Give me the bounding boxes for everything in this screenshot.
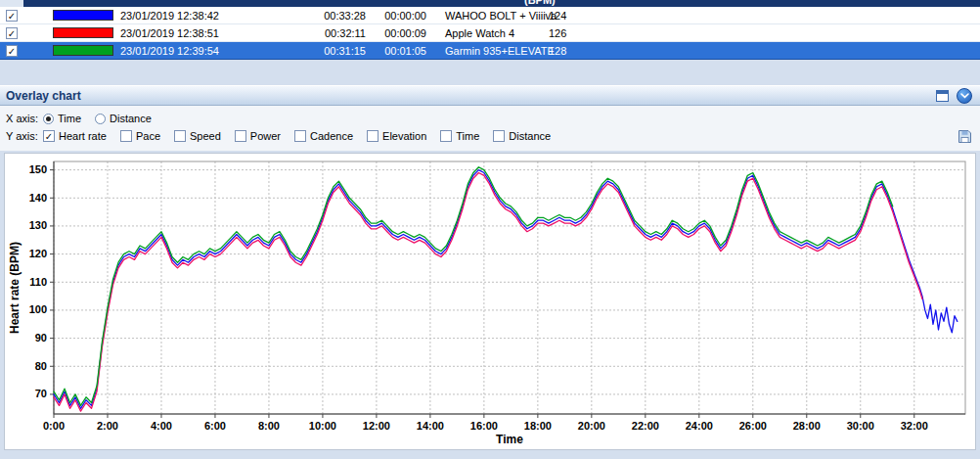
session-duration: 00:31:15 <box>295 42 370 59</box>
checkbox-label: Power <box>250 130 281 142</box>
avg-hr: 124 <box>543 7 588 23</box>
avg-hr: 126 <box>543 24 588 41</box>
session-duration: 00:33:28 <box>295 7 370 23</box>
checkbox-icon[interactable] <box>235 130 246 142</box>
checkbox-cell: ✓ <box>0 24 23 41</box>
radio-icon[interactable] <box>43 114 54 124</box>
checkbox-label: Cadence <box>310 130 353 142</box>
swatch-cell <box>23 7 117 23</box>
row-checkbox[interactable]: ✓ <box>6 27 18 39</box>
chevron-down-icon <box>960 93 969 99</box>
color-swatch <box>53 27 113 38</box>
x-axis-row: X axis: TimeDistance <box>6 110 974 127</box>
window-icon[interactable] <box>936 90 949 102</box>
table-row[interactable]: ✓23/01/2019 12:38:4200:33:2800:00:00WAHO… <box>0 7 980 24</box>
svg-text:8:00: 8:00 <box>258 420 280 432</box>
device-name: Garmin 935+ELEVATE <box>430 42 543 59</box>
series-apple-watch-4 <box>54 173 922 412</box>
session-date: 23/01/2019 12:39:54 <box>117 42 295 59</box>
checkbox-label: Speed <box>190 130 221 142</box>
y-axis-option-cadence[interactable]: Cadence <box>294 130 353 142</box>
session-date: 23/01/2019 12:38:51 <box>117 24 295 41</box>
svg-text:16:00: 16:00 <box>470 420 498 432</box>
row-filler <box>588 24 980 41</box>
row-filler <box>588 7 980 23</box>
swatch-cell <box>23 42 117 59</box>
y-axis-option-distance[interactable]: Distance <box>493 130 551 142</box>
header-checkbox-column <box>0 0 23 7</box>
svg-text:10:00: 10:00 <box>309 420 336 432</box>
series-garmin-935-elevate <box>54 167 893 406</box>
device-name: Apple Watch 4 <box>430 24 543 41</box>
color-swatch <box>53 45 113 56</box>
table-header-clipped: (BPM) <box>0 0 980 7</box>
svg-text:80: 80 <box>35 360 47 372</box>
svg-text:2:00: 2:00 <box>97 420 118 432</box>
checkbox-label: Pace <box>136 130 160 142</box>
y-axis-label: Y axis: <box>6 130 43 142</box>
y-axis-option-heart-rate[interactable]: ✓Heart rate <box>43 130 107 142</box>
y-axis-option-time[interactable]: Time <box>440 130 479 142</box>
svg-text:110: 110 <box>29 276 47 288</box>
checkbox-icon[interactable] <box>174 130 186 142</box>
checkbox-icon[interactable]: ✓ <box>43 130 55 142</box>
x-axis-option-distance[interactable]: Distance <box>95 113 152 124</box>
svg-text:28:00: 28:00 <box>793 420 821 432</box>
checkbox-label: Time <box>456 130 479 142</box>
checkbox-label: Elevation <box>382 130 426 142</box>
chart-controls: X axis: TimeDistance Y axis: ✓Heart rate… <box>0 106 980 151</box>
color-swatch <box>53 10 113 21</box>
svg-text:20:00: 20:00 <box>578 420 605 432</box>
heart-rate-overlay-chart: 7080901001101201301401500:002:004:006:00… <box>5 154 975 449</box>
checkbox-icon[interactable] <box>367 130 379 142</box>
checkbox-icon[interactable] <box>294 130 306 142</box>
svg-text:30:00: 30:00 <box>847 420 874 432</box>
svg-text:14:00: 14:00 <box>417 420 444 432</box>
radio-icon[interactable] <box>95 114 106 124</box>
svg-text:4:00: 4:00 <box>151 420 172 432</box>
session-offset: 00:00:09 <box>370 24 430 41</box>
header-bar: (BPM) <box>23 0 980 7</box>
svg-text:32:00: 32:00 <box>901 420 928 432</box>
save-icon[interactable] <box>958 129 972 146</box>
svg-text:6:00: 6:00 <box>204 420 226 432</box>
overlay-chart-panel: 7080901001101201301401500:002:004:006:00… <box>4 153 976 450</box>
y-axis-option-pace[interactable]: Pace <box>120 130 160 142</box>
svg-text:12:00: 12:00 <box>363 420 390 432</box>
session-duration: 00:32:11 <box>295 24 370 41</box>
sessions-table: (BPM) ✓23/01/2019 12:38:4200:33:2800:00:… <box>0 0 980 60</box>
y-axis-row: Y axis: ✓Heart ratePaceSpeedPowerCadence… <box>6 127 974 145</box>
y-axis-options: ✓Heart ratePaceSpeedPowerCadenceElevatio… <box>43 130 564 142</box>
collapse-icon[interactable] <box>957 88 972 104</box>
table-row[interactable]: ✓23/01/2019 12:39:5400:31:1500:01:05Garm… <box>0 42 980 60</box>
checkbox-icon[interactable] <box>493 130 505 142</box>
overlay-chart-title: Overlay chart <box>0 89 936 103</box>
overlay-chart-header: Overlay chart <box>0 85 980 106</box>
checkbox-icon[interactable] <box>440 130 452 142</box>
row-checkbox[interactable]: ✓ <box>6 45 18 57</box>
checkbox-label: Heart rate <box>59 130 107 142</box>
checkbox-icon[interactable] <box>120 130 132 142</box>
checkbox-cell: ✓ <box>0 7 23 23</box>
svg-text:130: 130 <box>29 219 47 231</box>
svg-text:Time: Time <box>496 433 523 446</box>
row-checkbox[interactable]: ✓ <box>6 10 18 22</box>
svg-text:18:00: 18:00 <box>524 420 552 432</box>
svg-text:100: 100 <box>29 303 47 315</box>
sessions-table-body: ✓23/01/2019 12:38:4200:33:2800:00:00WAHO… <box>0 7 980 60</box>
radio-label: Distance <box>110 113 152 124</box>
y-axis-option-elevation[interactable]: Elevation <box>367 130 426 142</box>
device-name: WAHOO BOLT + Viiiiva <box>430 7 543 23</box>
svg-text:70: 70 <box>35 388 47 399</box>
svg-text:0:00: 0:00 <box>43 420 65 432</box>
x-axis-option-time[interactable]: Time <box>43 113 81 124</box>
svg-text:Heart rate (BPM): Heart rate (BPM) <box>8 242 22 334</box>
series-wahoo-bolt-viiiiva <box>54 170 958 409</box>
checkbox-cell: ✓ <box>0 42 23 59</box>
radio-dot <box>46 116 51 121</box>
y-axis-option-speed[interactable]: Speed <box>174 130 221 142</box>
x-axis-options: TimeDistance <box>43 113 165 124</box>
table-row[interactable]: ✓23/01/2019 12:38:5100:32:1100:00:09Appl… <box>0 24 980 42</box>
y-axis-option-power[interactable]: Power <box>235 130 281 142</box>
checkbox-label: Distance <box>509 130 551 142</box>
